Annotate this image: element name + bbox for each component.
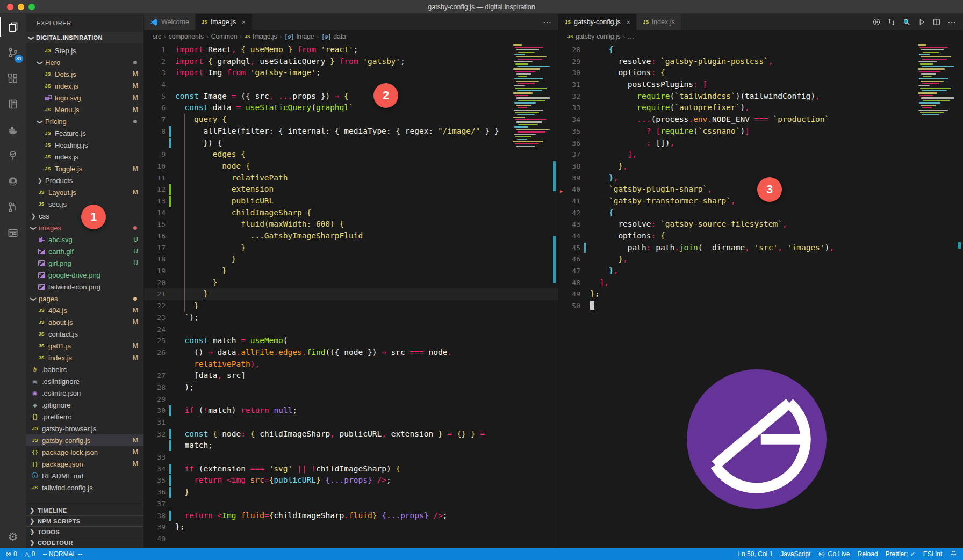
code-line[interactable]: 29 resolve: `gatsby-plugin-postcss`,: [559, 56, 963, 68]
code-line[interactable]: 2import { graphql, useStaticQuery } from…: [144, 56, 558, 68]
code-line[interactable]: 34 if (extension === 'svg' || !childImag…: [144, 463, 558, 475]
status-0[interactable]: △0: [25, 550, 35, 558]
code-line[interactable]: 7 query {: [144, 114, 558, 126]
breadcrumb-item[interactable]: JSgatsby-config.js: [567, 33, 620, 40]
code-line[interactable]: 31: [144, 417, 558, 428]
code-line[interactable]: 35 return <img src={publicURL} {...props…: [144, 475, 558, 486]
tree-file-gatsby-browser-js[interactable]: JSgatsby-browser.js: [26, 423, 143, 434]
code-line[interactable]: 1import React, { useMemo } from 'react';: [144, 44, 558, 56]
tree-file-abc-svg[interactable]: abc.svgU: [26, 234, 143, 245]
code-line[interactable]: 49};: [559, 288, 963, 300]
tree-file-about-js[interactable]: JSabout.jsM: [26, 316, 143, 328]
code-line[interactable]: 26 () ⇒ data.allFile.edges.find(({ node …: [144, 347, 558, 359]
code-line[interactable]: 9 edges {: [144, 149, 558, 161]
breadcrumb-item[interactable]: JSImage.js: [245, 33, 277, 40]
status-go-live[interactable]: Go Live: [818, 550, 850, 558]
tree-file--eslintrc-json[interactable]: ◉.eslintrc.json: [26, 387, 143, 399]
code-line[interactable]: 31 postCssPlugins: [: [559, 79, 963, 91]
code-line[interactable]: 36 : []),: [559, 137, 963, 149]
code-line[interactable]: 35 ? [require(`cssnano`)]: [559, 126, 963, 137]
code-line[interactable]: 45 path: path.join(__dirname, 'src', 'im…: [559, 242, 963, 254]
split-editor-icon[interactable]: [932, 18, 941, 26]
tree-file-menu-js[interactable]: JSMenu.jsM: [26, 104, 143, 115]
code-line[interactable]: 33 require(`autoprefixer`),: [559, 102, 963, 114]
status-prettier-[interactable]: Prettier:✓: [886, 550, 916, 558]
code-line[interactable]: 21 }: [144, 288, 558, 300]
compare-icon[interactable]: [887, 18, 896, 26]
breadcrumb-item[interactable]: src: [153, 33, 161, 40]
more-icon[interactable]: ⋯: [947, 17, 957, 27]
code-line[interactable]: 48 ],: [559, 277, 963, 289]
code-line[interactable]: 6 const data = useStaticQuery(graphql`: [144, 102, 558, 114]
code-line[interactable]: 18 }: [144, 253, 558, 265]
code-line[interactable]: 13 publicURL: [144, 195, 558, 207]
more-icon[interactable]: ⋯: [543, 17, 552, 27]
panel-timeline[interactable]: ❯TIMELINE: [26, 505, 143, 515]
activity-window-preview-icon[interactable]: [0, 220, 26, 246]
code-line[interactable]: 15 fluid(maxWidth: 600) {: [144, 219, 558, 230]
breadcrumb-item[interactable]: [∅]Image: [284, 33, 314, 40]
tree-file-404-js[interactable]: JS404.jsM: [26, 304, 143, 316]
close-icon[interactable]: ✕: [241, 19, 246, 25]
run-icon[interactable]: [917, 18, 926, 26]
tree-file-tailwind-config-js[interactable]: JStailwind.config.js: [26, 482, 143, 493]
tree-file-index-js[interactable]: JSindex.jsM: [26, 80, 143, 92]
code-line[interactable]: 28 {: [559, 44, 963, 56]
tree-file-earth-gif[interactable]: earth.gifU: [26, 245, 143, 257]
status-0[interactable]: ⊗0: [5, 550, 17, 558]
code-line[interactable]: 10 node {: [144, 161, 558, 172]
minimize-window-icon[interactable]: [18, 4, 24, 10]
status-reload[interactable]: Reload: [858, 550, 878, 558]
code-line[interactable]: 19 }: [144, 265, 558, 277]
activity-docker-icon[interactable]: [0, 117, 26, 143]
tree-file-gatsby-config-js[interactable]: JSgatsby-config.jsM: [26, 434, 143, 446]
close-window-icon[interactable]: [7, 4, 13, 10]
tree-file-index-js[interactable]: JSindex.js: [26, 151, 143, 163]
code-line[interactable]: 30 if (!match) return null;: [144, 405, 558, 417]
code-line[interactable]: 42 {: [559, 207, 963, 219]
tree-folder-products[interactable]: ❯Products: [26, 174, 143, 186]
code-line[interactable]: 30 options: {: [559, 67, 963, 79]
code-line[interactable]: 44 options: {: [559, 230, 963, 242]
tab-welcome[interactable]: Welcome: [144, 14, 196, 30]
activity-extensions-icon[interactable]: [0, 66, 26, 91]
code-line[interactable]: 25 const match = useMemo(: [144, 335, 558, 347]
code-line[interactable]: 3import Img from 'gatsby-image';: [144, 67, 558, 79]
code-line[interactable]: 27 [data, src]: [144, 370, 558, 382]
tab-gatsby-config-js[interactable]: JSgatsby-config.js✕: [559, 14, 637, 30]
code-line[interactable]: 24: [144, 324, 558, 336]
tree-file-tailwind-icon-png[interactable]: tailwind-icon.png: [26, 281, 143, 293]
code-line[interactable]: 38 return <Img fluid={childImageSharp.fl…: [144, 510, 558, 522]
code-line[interactable]: 14 childImageSharp {: [144, 207, 558, 219]
code-line[interactable]: 22 }: [144, 300, 558, 312]
code-line[interactable]: 38 },: [559, 161, 963, 172]
tree-file--prettierrc[interactable]: {}.prettierrc: [26, 411, 143, 423]
search-globe-icon[interactable]: [902, 18, 911, 26]
tree-file-heading-js[interactable]: JSHeading.js: [26, 139, 143, 151]
panel-codetour[interactable]: ❯CODETOUR: [26, 537, 143, 548]
code-line[interactable]: 47 },: [559, 265, 963, 277]
tree-file-ga01-js[interactable]: JSga01.jsM: [26, 340, 143, 352]
tree-file-logo-svg[interactable]: logo.svgM: [26, 92, 143, 104]
code-line[interactable]: match;: [144, 440, 558, 452]
tree-file-feature-js[interactable]: JSFeature.js: [26, 127, 143, 139]
code-line[interactable]: 17 }: [144, 242, 558, 254]
tree-file-layout-js[interactable]: JSLayout.jsM: [26, 186, 143, 198]
maximize-window-icon[interactable]: [28, 4, 35, 10]
tree-file-girl-png[interactable]: girl.pngU: [26, 257, 143, 269]
tree-file-toggle-js[interactable]: JSToggle.jsM: [26, 163, 143, 174]
code-line[interactable]: 43 resolve: `gatsby-source-filesystem`,: [559, 219, 963, 230]
tree-file-index-js[interactable]: JSindex.jsM: [26, 352, 143, 363]
window-controls[interactable]: [7, 4, 35, 10]
code-line[interactable]: 12 extension: [144, 184, 558, 195]
play-circle-icon[interactable]: [872, 18, 881, 26]
code-line[interactable]: 8 allFile(filter: { internal: { mediaTyp…: [144, 126, 558, 137]
activity-git-graph-icon[interactable]: [0, 194, 26, 220]
panel-todos[interactable]: ❯TODOS: [26, 526, 143, 537]
code-line[interactable]: 50: [559, 300, 963, 312]
panel-npm-scripts[interactable]: ❯NPM SCRIPTS: [26, 515, 143, 526]
tree-file-package-json[interactable]: {}package.jsonM: [26, 458, 143, 470]
code-line[interactable]: }) {: [144, 137, 558, 149]
code-line[interactable]: 5const Image = ({ src, ...props }) ⇒ {: [144, 91, 558, 103]
code-line[interactable]: 32 require(`tailwindcss`)(tailwindConfig…: [559, 91, 963, 103]
